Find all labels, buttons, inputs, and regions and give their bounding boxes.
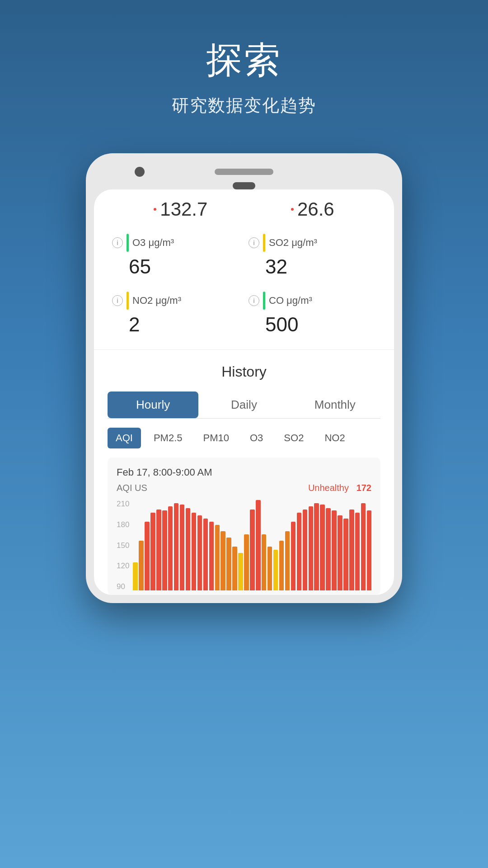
chart-bar[interactable] xyxy=(192,513,196,590)
top-value-pm10: 26.6 xyxy=(291,198,334,220)
pm10-indicator xyxy=(291,208,294,211)
metric-so2: i SO2 μg/m³ 32 xyxy=(249,234,376,278)
so2-label: SO2 μg/m³ xyxy=(269,237,317,249)
chart-bar[interactable] xyxy=(343,519,348,590)
chart-container: Feb 17, 8:00-9:00 AM AQI US Unhealthy 17… xyxy=(108,458,380,595)
chart-bar[interactable] xyxy=(320,505,324,590)
tab-pm10[interactable]: PM10 xyxy=(195,428,237,448)
chart-bar[interactable] xyxy=(297,513,301,590)
chart-bar[interactable] xyxy=(262,534,266,590)
phone-mockup: 132.7 26.6 i O3 μg/m³ xyxy=(86,153,402,603)
tab-pm25[interactable]: PM2.5 xyxy=(145,428,191,448)
chart-bar[interactable] xyxy=(209,522,214,590)
phone-home-btn xyxy=(233,182,255,189)
chart-bar[interactable] xyxy=(361,503,366,590)
time-tabs: Hourly Daily Monthly xyxy=(108,392,380,419)
metric-no2: i NO2 μg/m³ 2 xyxy=(112,292,239,336)
tab-monthly[interactable]: Monthly xyxy=(290,392,380,418)
metrics-grid: i O3 μg/m³ 65 i SO2 μg/m³ 32 xyxy=(112,234,376,336)
chart-bar[interactable] xyxy=(186,508,190,590)
y-label-120: 120 xyxy=(117,562,129,570)
tab-hourly[interactable]: Hourly xyxy=(108,392,198,418)
info-icon-co[interactable]: i xyxy=(249,295,259,306)
chart-bar[interactable] xyxy=(238,553,243,590)
metric-co: i CO μg/m³ 500 xyxy=(249,292,376,336)
pm25-indicator xyxy=(154,208,156,211)
chart-bar[interactable] xyxy=(162,510,167,590)
co-label: CO μg/m³ xyxy=(269,295,312,307)
tab-o3[interactable]: O3 xyxy=(242,428,271,448)
chart-bar[interactable] xyxy=(156,509,161,590)
y-label-180: 180 xyxy=(117,521,129,528)
chart-bar[interactable] xyxy=(338,515,342,590)
status-value: 172 xyxy=(357,483,371,493)
chart-bar[interactable] xyxy=(309,506,313,590)
chart-bar[interactable] xyxy=(203,519,208,590)
metric-so2-header: i SO2 μg/m³ xyxy=(249,234,376,252)
chart-bar[interactable] xyxy=(250,509,254,590)
tab-aqi[interactable]: AQI xyxy=(108,428,141,448)
co-bar xyxy=(263,292,265,310)
tab-daily[interactable]: Daily xyxy=(198,392,289,418)
o3-label: O3 μg/m³ xyxy=(132,237,174,249)
tab-no2[interactable]: NO2 xyxy=(316,428,353,448)
chart-bar[interactable] xyxy=(232,547,237,590)
o3-value: 65 xyxy=(129,255,239,278)
metric-o3: i O3 μg/m³ 65 xyxy=(112,234,239,278)
chart-bar[interactable] xyxy=(279,541,284,590)
chart-bar[interactable] xyxy=(256,500,260,590)
so2-value: 32 xyxy=(265,255,376,278)
chart-bar[interactable] xyxy=(221,531,225,590)
info-icon-o3[interactable]: i xyxy=(112,237,123,248)
chart-bar[interactable] xyxy=(332,510,336,590)
chart-bar[interactable] xyxy=(367,510,371,590)
y-axis: 210 180 150 120 90 xyxy=(117,500,129,590)
chart-bar[interactable] xyxy=(273,550,278,590)
chart-bar[interactable] xyxy=(326,508,330,590)
chart-bar[interactable] xyxy=(285,531,290,590)
y-label-90: 90 xyxy=(117,583,129,590)
chart-bar[interactable] xyxy=(150,513,155,590)
metric-no2-header: i NO2 μg/m³ xyxy=(112,292,239,310)
page-title: 探索 xyxy=(206,36,282,85)
metric-co-header: i CO μg/m³ xyxy=(249,292,376,310)
chart-bar[interactable] xyxy=(180,505,184,590)
y-label-210: 210 xyxy=(117,500,129,508)
chart-bar[interactable] xyxy=(291,522,296,590)
chart-bar[interactable] xyxy=(349,509,354,590)
history-section: History Hourly Daily Monthly AQI PM2.5 P… xyxy=(94,350,394,595)
chart-date: Feb 17, 8:00-9:00 AM xyxy=(117,467,371,478)
chart-bar[interactable] xyxy=(168,506,173,590)
tab-so2[interactable]: SO2 xyxy=(276,428,312,448)
chart-status: Unhealthy 172 xyxy=(308,483,371,493)
chart-aqi-label: AQI US xyxy=(117,483,147,493)
chart-bar[interactable] xyxy=(314,503,319,590)
chart-bar[interactable] xyxy=(145,522,149,590)
chart-bar[interactable] xyxy=(197,515,202,590)
phone-top-bar xyxy=(94,161,394,179)
chart-bar[interactable] xyxy=(139,541,143,590)
info-icon-no2[interactable]: i xyxy=(112,295,123,306)
info-icon-so2[interactable]: i xyxy=(249,237,259,248)
no2-label: NO2 μg/m³ xyxy=(132,295,181,307)
chart-with-axis: 210 180 150 120 90 xyxy=(117,500,371,590)
chart-bar[interactable] xyxy=(267,547,272,590)
page-subtitle: 研究数据变化趋势 xyxy=(172,94,316,117)
chart-bar[interactable] xyxy=(244,534,249,590)
no2-value: 2 xyxy=(129,313,239,336)
top-metrics: 132.7 26.6 i O3 μg/m³ xyxy=(94,189,394,350)
chart-bar[interactable] xyxy=(226,538,231,590)
chart-bar[interactable] xyxy=(133,562,137,590)
pollutant-tabs: AQI PM2.5 PM10 O3 SO2 NO2 xyxy=(108,428,380,448)
pm25-value: 132.7 xyxy=(160,198,207,220)
screen-content: 132.7 26.6 i O3 μg/m³ xyxy=(94,189,394,595)
metric-o3-header: i O3 μg/m³ xyxy=(112,234,239,252)
pm10-value: 26.6 xyxy=(297,198,334,220)
y-label-150: 150 xyxy=(117,542,129,549)
chart-bar[interactable] xyxy=(303,509,307,590)
phone-camera xyxy=(135,167,145,177)
o3-bar xyxy=(127,234,129,252)
chart-bar[interactable] xyxy=(174,503,178,590)
chart-bar[interactable] xyxy=(215,525,220,590)
chart-bar[interactable] xyxy=(355,513,360,590)
